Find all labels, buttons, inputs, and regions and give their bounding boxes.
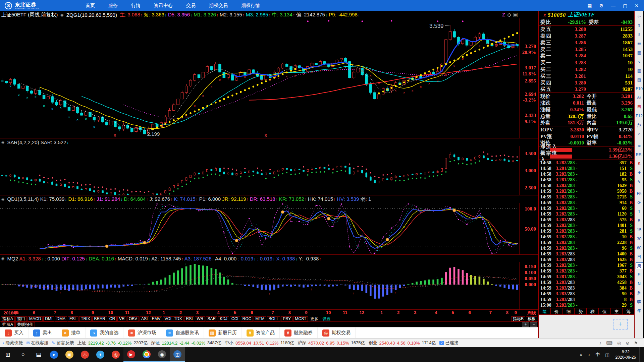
- quote-tab-联[interactable]: 联: [587, 308, 599, 314]
- settings-gear-icon[interactable]: ⚙: [599, 3, 603, 8]
- indicator-tab-EMV[interactable]: EMV: [150, 316, 162, 321]
- strip-button-日[interactable]: 日: [636, 252, 643, 261]
- indicator-tab-CR[interactable]: CR: [108, 316, 117, 321]
- indicator-tab-ASI[interactable]: ASI: [140, 316, 149, 321]
- tick-row[interactable]: 14:583.282/283 -182B: [539, 171, 634, 177]
- taskbar-file-explorer[interactable]: ▣: [62, 347, 77, 362]
- toolbar-button-撤单[interactable]: ✕撤单: [57, 327, 86, 338]
- tick-row[interactable]: 15:003.282/283 -29S: [539, 302, 634, 308]
- strip-button-15[interactable]: 15: [636, 225, 643, 234]
- menu-item-3[interactable]: 行情: [131, 3, 141, 9]
- indicator-tab-DMI[interactable]: DMI: [43, 316, 54, 321]
- tick-row[interactable]: 14:593.282/283 -377B: [539, 268, 634, 274]
- chart-tool-icon-3[interactable]: ▣: [513, 12, 518, 18]
- tick-row[interactable]: 14:593.282/283 -281S: [539, 228, 634, 234]
- statusbar-tray-icon-5[interactable]: ⚑: [634, 341, 638, 346]
- taskbar-search-icon[interactable]: ○: [15, 347, 31, 362]
- strip-button-品[interactable]: 品: [636, 93, 643, 102]
- strip-button-F12[interactable]: F12: [636, 111, 643, 120]
- indicator-tab-设置[interactable]: 设置: [321, 316, 332, 321]
- tick-row[interactable]: 14:583.282/283 -357B: [539, 160, 634, 166]
- taskbar-media-app[interactable]: ▶: [123, 347, 139, 362]
- indicator-tab-FSL[interactable]: FSL: [68, 316, 78, 321]
- tray-icon-2[interactable]: ♪: [585, 352, 593, 357]
- indicator-tab-指标A[interactable]: 指标A: [1, 316, 15, 321]
- sar-pane[interactable]: 3.5003.0002.500: [0, 146, 538, 195]
- pane-settings-icon[interactable]: ◉: [1, 256, 5, 261]
- formula-settings-icon[interactable]: ◉: [60, 13, 64, 17]
- taskbar-trading-app[interactable]: ◫: [170, 347, 185, 362]
- quote-tab-主[interactable]: 主: [611, 308, 623, 314]
- indicator-tab-KDJ[interactable]: KDJ: [218, 316, 229, 321]
- tick-row[interactable]: 14:583.281/283 -55S: [539, 177, 634, 183]
- indicator-tab-VR[interactable]: VR: [117, 316, 126, 321]
- indicator-tab-更多[interactable]: 更多: [309, 316, 320, 321]
- strip-button-周[interactable]: 周: [636, 262, 643, 269]
- candlestick-pane[interactable]: ××××××××××××××××××××××××××××××××××××××××…: [0, 18, 538, 138]
- indicator-tab-CCI[interactable]: CCI: [230, 316, 240, 321]
- strip-button-∿[interactable]: ∿: [636, 57, 643, 66]
- index-ticker-上证[interactable]: 上证3219.42-3.76-0.12%2207亿: [77, 340, 148, 346]
- taskbar-camera[interactable]: ◉: [154, 347, 170, 362]
- indicator-tab-MTM[interactable]: MTM: [254, 316, 266, 321]
- tick-row[interactable]: 14:593.282/283 -914B: [539, 200, 634, 205]
- menu-item-1[interactable]: 首页: [86, 3, 95, 9]
- tick-row[interactable]: 14:593.282/283 -96S: [539, 245, 634, 251]
- strip-button-✎[interactable]: ✎: [636, 177, 643, 186]
- tick-row[interactable]: 14:593.283/2831400B: [539, 251, 634, 257]
- toolbar-button-资管产品[interactable]: ¥资管产品: [242, 327, 280, 338]
- strip-button-⟳[interactable]: ⟳: [636, 198, 643, 207]
- quote-tab-价[interactable]: 价: [551, 308, 563, 314]
- indicator-tab-TRIX[interactable]: TRIX: [79, 316, 92, 321]
- strip-button-☷[interactable]: ☷: [636, 39, 643, 48]
- strip-button-60[interactable]: 60: [636, 243, 643, 252]
- tick-row[interactable]: 14:593.283/2834258B: [539, 280, 634, 285]
- strip-button-▦[interactable]: ▦: [636, 48, 643, 57]
- tray-icon-1[interactable]: ∧: [577, 352, 585, 357]
- indicator-tab-DMA[interactable]: DMA: [55, 316, 67, 321]
- index-ticker-沪深[interactable]: 沪深4570.026.950.15%1675亿: [298, 340, 365, 346]
- indicator-tab-SAR[interactable]: SAR: [206, 316, 217, 321]
- strip-button-≋[interactable]: ≋: [636, 141, 643, 150]
- toolbar-button-期权交易[interactable]: ◎期权交易: [318, 327, 356, 338]
- tick-row[interactable]: 14:583.282/283 -1629B: [539, 183, 634, 188]
- index-ticker-创业[interactable]: 创业2540.434.560.18%1714亿: [368, 340, 436, 346]
- strip-button-S[interactable]: S: [636, 159, 643, 168]
- strip-button-✚[interactable]: ✚: [636, 168, 643, 177]
- strip-button-○[interactable]: ○: [636, 129, 643, 138]
- strip-button-▤[interactable]: ▤: [636, 75, 643, 84]
- quote-tab-势[interactable]: 势: [575, 308, 587, 314]
- statusbar-tray-icon-1[interactable]: ♪: [599, 341, 602, 346]
- strip-button-N[interactable]: N: [636, 279, 643, 288]
- zoom-in-button[interactable]: +: [522, 322, 529, 327]
- indicator-tab-BRAR[interactable]: BRAR: [92, 316, 107, 321]
- taskbar-clock[interactable]: 8:322020-09-26: [612, 349, 639, 360]
- taskbar-app-red-2[interactable]: ◎: [108, 347, 123, 362]
- strip-button-多[interactable]: 多: [636, 288, 643, 297]
- quote-title[interactable]: R 510050 上证50ETF: [539, 11, 634, 19]
- pane-settings-icon[interactable]: ◉: [1, 197, 5, 201]
- toolbar-button-融资融券[interactable]: ¥融资融券: [280, 327, 318, 338]
- tick-row[interactable]: 14:593.282/283 -10B: [539, 234, 634, 240]
- toolbar-button-我的自选[interactable]: ◑我的自选: [86, 327, 123, 338]
- quote-tab-细[interactable]: 细: [563, 308, 575, 314]
- add-widget-button[interactable]: +: [613, 319, 628, 329]
- statusbar-隐藏快捷[interactable]: ▪隐藏快捷: [3, 340, 23, 346]
- toolbar-button-卖出[interactable]: ↑卖出: [29, 327, 57, 338]
- tick-row[interactable]: 14:593.282/283 -2715S: [539, 194, 634, 200]
- strip-button-5[interactable]: 5: [636, 216, 643, 225]
- notification-center[interactable]: [639, 347, 644, 362]
- taskbar-task-view-icon[interactable]: ▤: [31, 347, 46, 362]
- tick-row[interactable]: 14:593.283/283575B: [539, 217, 634, 223]
- taskbar-messenger[interactable]: ✈: [93, 347, 108, 362]
- strip-button-年[interactable]: 年: [636, 306, 643, 315]
- indicator-tab-VOL-TDX[interactable]: VOL-TDX: [163, 316, 183, 321]
- mq2-pane[interactable]: ↑↑↑↓↓↑↑↑↑↓↓ 0.1500.1000.0500.000: [0, 262, 538, 310]
- strip-button-ƒx[interactable]: ƒx: [636, 120, 643, 129]
- toolbar-button-自选股资讯[interactable]: ≡自选股资讯: [161, 327, 204, 338]
- strip-button-30[interactable]: 30: [636, 234, 643, 243]
- strip-button-RSI[interactable]: RSI: [636, 150, 643, 159]
- indicator-tab-OBV[interactable]: OBV: [127, 316, 139, 321]
- toolbar-button-买入[interactable]: ↓买入: [0, 327, 29, 338]
- tick-row[interactable]: 14:593.283/28350B: [539, 291, 634, 297]
